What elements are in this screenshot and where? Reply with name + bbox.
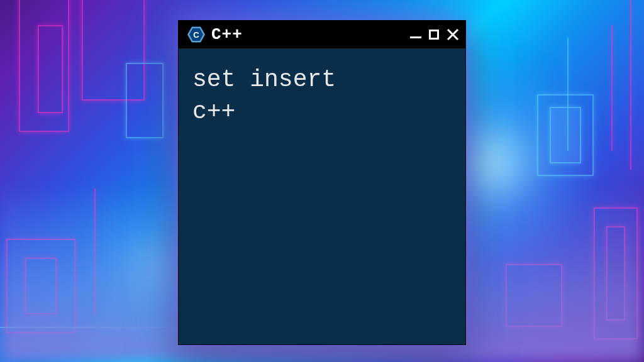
- cpp-hexagon-icon: C: [187, 26, 205, 43]
- terminal-body: set insert c++: [179, 48, 465, 143]
- maximize-icon: [429, 30, 439, 40]
- terminal-window: C C++ set insert c++: [178, 20, 466, 345]
- close-button[interactable]: [447, 28, 459, 41]
- minimize-button[interactable]: [410, 31, 421, 38]
- window-title: C++: [211, 25, 404, 44]
- terminal-line: set insert: [192, 63, 452, 96]
- titlebar[interactable]: C C++: [179, 21, 465, 48]
- window-controls: [410, 28, 459, 41]
- maximize-button[interactable]: [429, 30, 439, 40]
- close-icon: [447, 28, 459, 41]
- minimize-icon: [410, 36, 421, 38]
- terminal-line: c++: [192, 96, 452, 128]
